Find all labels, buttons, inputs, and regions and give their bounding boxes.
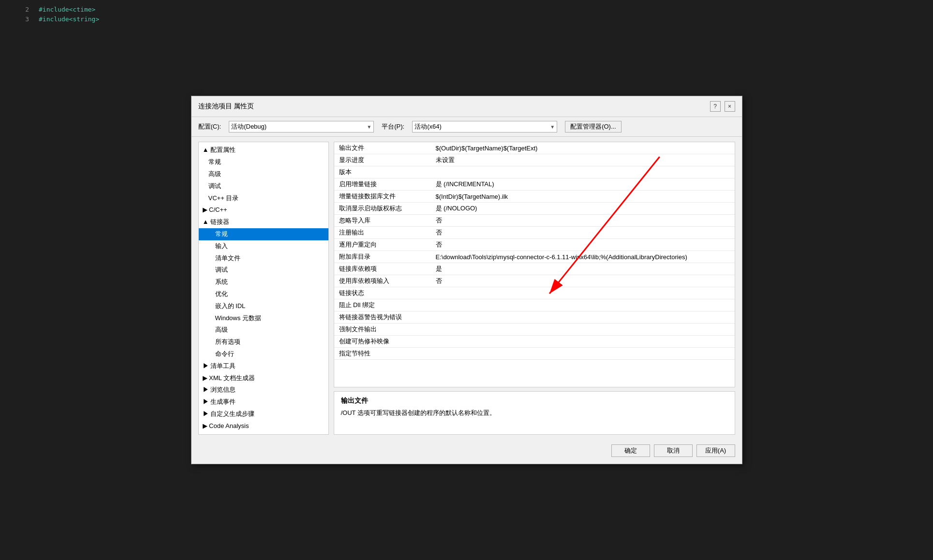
prop-value [431,287,735,299]
prop-name: 阻止 Dll 绑定 [334,299,431,311]
prop-value [431,348,735,360]
table-row[interactable]: 强制文件输出 [334,324,735,336]
props-table: 输出文件$(OutDir)$(TargetName)$(TargetExt)显示… [334,142,735,360]
main-content: ▲ 配置属性常规高级调试VC++ 目录▶ C/C++▲ 链接器常规输入清单文件调… [192,137,742,439]
prop-value: $(OutDir)$(TargetName)$(TargetExt) [431,142,735,154]
platform-select[interactable]: 活动(x64) ▼ [412,121,557,133]
table-row[interactable]: 链接库依赖项是 [334,263,735,275]
tree-item-linker-manifest[interactable]: 清单文件 [199,252,328,265]
tree-item-linker-advanced[interactable]: 高级 [199,324,328,336]
title-bar: 连接池项目 属性页 ? × [192,96,742,117]
config-value: 活动(Debug) [231,122,267,131]
cancel-button[interactable]: 取消 [654,444,693,457]
prop-value: 否 [431,215,735,227]
help-button[interactable]: ? [710,101,721,112]
prop-value: E:\download\Tools\zip\mysql-connector-c-… [431,251,735,263]
tree-item-browse-info[interactable]: ▶ 浏览信息 [199,384,328,396]
prop-value: $(IntDir)$(TargetName).ilk [431,191,735,203]
toolbar-row: 配置(C): 活动(Debug) ▼ 平台(P): 活动(x64) ▼ 配置管理… [192,117,742,137]
prop-name: 取消显示启动版权标志 [334,203,431,215]
ok-button[interactable]: 确定 [611,444,650,457]
table-row[interactable]: 忽略导入库否 [334,215,735,227]
apply-button[interactable]: 应用(A) [696,444,735,457]
prop-value: 否 [431,275,735,287]
tree-item-linker-windows-meta[interactable]: Windows 元数据 [199,312,328,324]
prop-name: 指定节特性 [334,348,431,360]
table-row[interactable]: 启用增量链接是 (/INCREMENTAL) [334,178,735,191]
prop-value [431,324,735,336]
tree-item-cpp[interactable]: ▶ C/C++ [199,204,328,216]
prop-value: 是 (/INCREMENTAL) [431,178,735,191]
tree-item-linker-cmdline[interactable]: 命令行 [199,348,328,360]
config-select[interactable]: 活动(Debug) ▼ [229,121,374,133]
tree-item-general[interactable]: 常规 [199,156,328,168]
tree-item-debug[interactable]: 调试 [199,180,328,192]
tree-item-vc-dirs[interactable]: VC++ 目录 [199,192,328,205]
tree-item-linker-optimize[interactable]: 优化 [199,288,328,300]
prop-name: 显示进度 [334,154,431,166]
props-table-container: 输出文件$(OutDir)$(TargetName)$(TargetExt)显示… [334,142,735,387]
table-row[interactable]: 注册输出否 [334,227,735,239]
table-row[interactable]: 将链接器警告视为错误 [334,311,735,324]
dialog-title: 连接池项目 属性页 [198,102,254,111]
prop-name: 创建可热修补映像 [334,336,431,348]
tree-panel: ▲ 配置属性常规高级调试VC++ 目录▶ C/C++▲ 链接器常规输入清单文件调… [198,142,329,434]
table-row[interactable]: 增量链接数据库文件$(IntDir)$(TargetName).ilk [334,191,735,203]
tree-item-linker[interactable]: ▲ 链接器 [199,216,328,228]
prop-value: 是 (/NOLOGO) [431,203,735,215]
prop-value: 否 [431,239,735,251]
close-button[interactable]: × [725,101,735,112]
platform-arrow-icon: ▼ [550,124,555,130]
platform-value: 活动(x64) [415,122,442,131]
platform-label: 平台(P): [382,122,404,131]
table-row[interactable]: 创建可热修补映像 [334,336,735,348]
tree-item-config-props[interactable]: ▲ 配置属性 [199,144,328,156]
props-panel: 输出文件$(OutDir)$(TargetName)$(TargetExt)显示… [334,142,735,434]
prop-name: 忽略导入库 [334,215,431,227]
table-row[interactable]: 阻止 Dll 绑定 [334,299,735,311]
tree-item-linker-debug[interactable]: 调试 [199,264,328,276]
bottom-buttons: 确定 取消 应用(A) [192,440,742,464]
prop-name: 增量链接数据库文件 [334,191,431,203]
tree-item-manifest-tool[interactable]: ▶ 清单工具 [199,360,328,372]
desc-text: /OUT 选项可重写链接器创建的程序的默认名称和位置。 [341,408,728,418]
desc-title: 输出文件 [341,397,728,405]
prop-name: 附加库目录 [334,251,431,263]
prop-name: 强制文件输出 [334,324,431,336]
table-row[interactable]: 使用库依赖项输入否 [334,275,735,287]
tree-item-code-analysis[interactable]: ▶ Code Analysis [199,420,328,432]
prop-value: 未设置 [431,154,735,166]
config-manager-button[interactable]: 配置管理器(O)... [565,121,622,133]
table-row[interactable]: 指定节特性 [334,348,735,360]
config-arrow-icon: ▼ [367,124,371,130]
tree-item-xml-gen[interactable]: ▶ XML 文档生成器 [199,372,328,384]
prop-value [431,166,735,178]
tree-item-linker-embedded-idl[interactable]: 嵌入的 IDL [199,300,328,312]
title-bar-buttons: ? × [710,101,735,112]
tree-item-linker-input[interactable]: 输入 [199,240,328,252]
prop-name: 逐用户重定向 [334,239,431,251]
prop-name: 注册输出 [334,227,431,239]
table-row[interactable]: 附加库目录E:\download\Tools\zip\mysql-connect… [334,251,735,263]
table-row[interactable]: 显示进度未设置 [334,154,735,166]
table-row[interactable]: 逐用户重定向否 [334,239,735,251]
table-row[interactable]: 取消显示启动版权标志是 (/NOLOGO) [334,203,735,215]
table-row[interactable]: 链接状态 [334,287,735,299]
properties-dialog: 连接池项目 属性页 ? × 配置(C): 活动(Debug) ▼ 平台(P): … [191,96,742,464]
prop-name: 输出文件 [334,142,431,154]
table-row[interactable]: 输出文件$(OutDir)$(TargetName)$(TargetExt) [334,142,735,154]
tree-item-linker-general[interactable]: 常规 [199,228,328,240]
tree-item-custom-build[interactable]: ▶ 自定义生成步骤 [199,408,328,420]
table-row[interactable]: 版本 [334,166,735,178]
prop-name: 启用增量链接 [334,178,431,191]
tree-item-linker-all-options[interactable]: 所有选项 [199,336,328,348]
tree-item-linker-system[interactable]: 系统 [199,276,328,288]
tree-item-advanced[interactable]: 高级 [199,168,328,180]
tree-item-build-events[interactable]: ▶ 生成事件 [199,396,328,408]
prop-name: 使用库依赖项输入 [334,275,431,287]
dialog-overlay: 连接池项目 属性页 ? × 配置(C): 活动(Debug) ▼ 平台(P): … [0,0,933,560]
prop-name: 链接状态 [334,287,431,299]
prop-value: 是 [431,263,735,275]
prop-name: 将链接器警告视为错误 [334,311,431,324]
prop-name: 链接库依赖项 [334,263,431,275]
